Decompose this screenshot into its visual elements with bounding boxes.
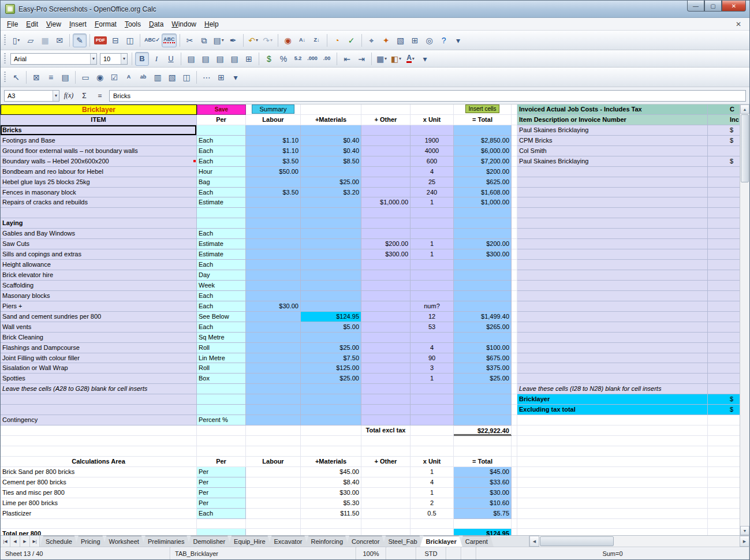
label-field-icon[interactable]: A: [122, 70, 136, 84]
chevron-down-icon[interactable]: ▾: [121, 54, 127, 64]
cell[interactable]: [512, 125, 517, 136]
tab-bricklayer[interactable]: Bricklayer: [420, 536, 462, 547]
menu-help[interactable]: Help: [200, 19, 223, 29]
calc-cell-unit[interactable]: 1: [411, 467, 454, 477]
cell-materials[interactable]: [301, 167, 361, 177]
chevron-down-icon[interactable]: ▾: [385, 56, 387, 61]
calc-cell-unit[interactable]: 1: [411, 488, 454, 498]
invoiced-header-cell[interactable]: Invoiced Actual Job Costs - Includes Tax: [517, 104, 708, 115]
cell-invoice[interactable]: Bricklayer: [517, 394, 708, 405]
align-left-icon[interactable]: ▤: [184, 52, 198, 66]
cell-invoice[interactable]: [517, 188, 708, 198]
cell-labour[interactable]: [246, 177, 301, 188]
cell-other[interactable]: [361, 218, 411, 229]
cell[interactable]: [197, 436, 246, 446]
menu-file[interactable]: File: [3, 19, 22, 29]
cell-invoice[interactable]: [517, 322, 708, 333]
cell-other[interactable]: [361, 146, 411, 156]
tab-demolisher[interactable]: Demolisher: [187, 536, 231, 547]
cell-total[interactable]: $675.00: [454, 353, 512, 364]
tab-schedule[interactable]: Schedule: [40, 536, 78, 547]
cell-invoice[interactable]: [517, 218, 708, 229]
insert-cells-cell[interactable]: Insert cells: [454, 104, 512, 115]
cell-unit[interactable]: [411, 270, 454, 281]
calc-area-title[interactable]: Calculations Area: [1, 457, 197, 467]
push-button-icon[interactable]: ▭: [79, 70, 92, 84]
cell-labour[interactable]: [246, 415, 301, 425]
cell-invoice[interactable]: [517, 177, 708, 188]
image-control-icon[interactable]: ◫: [180, 70, 193, 84]
cell-other[interactable]: [361, 374, 411, 384]
calc-cell-item[interactable]: Plasticizer: [1, 509, 197, 519]
bold-icon[interactable]: B: [135, 52, 149, 66]
cell-per[interactable]: [197, 405, 246, 415]
cell-item[interactable]: Gables and Bay Windows: [1, 229, 197, 239]
calc-cell-total[interactable]: $45.00: [454, 467, 512, 477]
cell-per[interactable]: Bag: [197, 177, 246, 188]
select-pointer-icon[interactable]: ↖: [9, 70, 23, 84]
cell[interactable]: [512, 529, 517, 535]
background-color-icon[interactable]: ◧▾: [389, 52, 403, 66]
help-icon[interactable]: ?: [437, 33, 451, 47]
cell[interactable]: [301, 425, 361, 436]
tab-carpent[interactable]: Carpent: [460, 536, 494, 547]
cell[interactable]: [454, 446, 512, 457]
cell-unit[interactable]: 4000: [411, 146, 454, 156]
cell-reference-box[interactable]: A3 ▾: [4, 90, 59, 102]
cell-item[interactable]: Bricks: [1, 125, 197, 136]
cell[interactable]: [517, 509, 708, 519]
cell-invoice[interactable]: [517, 208, 708, 218]
cell-invoice-partial[interactable]: [708, 188, 741, 198]
cell[interactable]: [301, 436, 361, 446]
cell-materials[interactable]: [301, 301, 361, 312]
cell-other[interactable]: $1,000.00: [361, 197, 411, 208]
cell-invoice-partial[interactable]: [708, 322, 741, 333]
cell[interactable]: [301, 529, 361, 535]
chevron-down-icon[interactable]: ▾: [256, 38, 258, 43]
cell[interactable]: [517, 446, 708, 457]
cell[interactable]: [197, 529, 246, 535]
cell-item[interactable]: Masonary blocks: [1, 291, 197, 301]
cell-per[interactable]: Each: [197, 188, 246, 198]
cell-item[interactable]: Joint Filling with colour filler: [1, 353, 197, 364]
cell-unit[interactable]: [411, 394, 454, 405]
cell-invoice-partial[interactable]: [708, 260, 741, 270]
cell-item[interactable]: Laying: [1, 218, 197, 229]
cell-per[interactable]: Week: [197, 281, 246, 291]
option-button-icon[interactable]: ◉: [93, 70, 107, 84]
menu-window[interactable]: Window: [167, 19, 200, 29]
cell-labour[interactable]: [246, 405, 301, 415]
cell-total[interactable]: $6,000.00: [454, 146, 512, 156]
cell-invoice[interactable]: [517, 281, 708, 291]
cell-invoice-partial[interactable]: [708, 270, 741, 281]
cell-total[interactable]: [454, 208, 512, 218]
cell-labour[interactable]: $1.10: [246, 146, 301, 156]
cell[interactable]: [708, 446, 741, 457]
cell-item[interactable]: Wall vents: [1, 322, 197, 333]
cell[interactable]: [246, 529, 301, 535]
cell[interactable]: [708, 488, 741, 498]
text-box-icon[interactable]: ab: [136, 70, 150, 84]
cell[interactable]: [411, 519, 454, 529]
calc-cell-total[interactable]: $10.60: [454, 498, 512, 509]
cell-labour[interactable]: [246, 353, 301, 364]
cell-invoice[interactable]: [517, 260, 708, 270]
cell[interactable]: [301, 104, 361, 115]
cell-item[interactable]: Sand and cement sundries per 800: [1, 312, 197, 322]
cell-invoice-partial[interactable]: [708, 384, 741, 394]
cell-total[interactable]: [454, 270, 512, 281]
cell-invoice-partial[interactable]: [708, 333, 741, 343]
cell-invoice[interactable]: Paul Skaines Bricklaying: [517, 156, 708, 167]
cell-other[interactable]: [361, 384, 411, 394]
edit-file-icon[interactable]: ✎: [73, 33, 87, 47]
list-box-icon[interactable]: ▥: [151, 70, 165, 84]
cell-unit[interactable]: [411, 281, 454, 291]
calc-column-header[interactable]: + Other: [361, 457, 411, 467]
calc-cell-other[interactable]: [361, 488, 411, 498]
page-preview-icon[interactable]: ◫: [123, 33, 137, 47]
cell[interactable]: [246, 425, 301, 436]
cell-item[interactable]: Brick elevator hire: [1, 270, 197, 281]
cell-invoice-partial[interactable]: [708, 312, 741, 322]
vertical-scrollbar-track[interactable]: [740, 183, 749, 526]
cell[interactable]: [512, 374, 517, 384]
